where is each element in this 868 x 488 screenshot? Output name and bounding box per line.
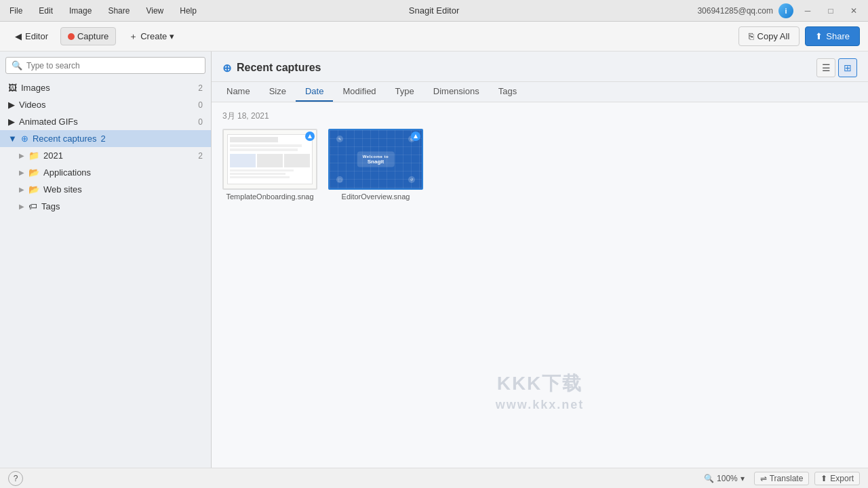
- search-box[interactable]: 🔍: [5, 57, 205, 74]
- account-label[interactable]: 306941285@qq.com: [697, 6, 773, 16]
- sidebar-list: 🖼 Images 2 ▶ Videos 0 ▶ Animated GIFs 0 …: [0, 79, 211, 468]
- thumbnail-image-editor-overview[interactable]: Welcome to Snagit ✎ ◎: [328, 129, 423, 190]
- plus-icon: ＋: [129, 30, 138, 43]
- titlebar: File Edit Image Share View Help Snagit E…: [0, 0, 868, 22]
- sort-tab-size[interactable]: Size: [260, 82, 296, 102]
- window-title: Snagit Editor: [409, 5, 459, 16]
- menu-help[interactable]: Help: [176, 3, 201, 18]
- sidebar-item-label: 2021: [43, 150, 194, 161]
- sidebar-item-images[interactable]: 🖼 Images 2: [0, 79, 211, 96]
- gifs-count: 0: [198, 117, 203, 127]
- grid-view-button[interactable]: ⊞: [838, 58, 857, 77]
- sidebar-item-label: Animated GIFs: [19, 117, 194, 127]
- content-title-text: Recent captures: [237, 62, 321, 74]
- thumbnails-grid: TemplateOnboarding.snag Welcome to Snagi…: [222, 129, 857, 201]
- expand-icon: ▶: [19, 186, 24, 193]
- sidebar-item-applications[interactable]: ▶ 📂 Applications: [0, 164, 211, 181]
- content-title-icon: ⊕: [222, 62, 231, 75]
- menu-view[interactable]: View: [142, 3, 167, 18]
- copy-all-label: Copy All: [757, 31, 790, 41]
- sidebar-item-tags[interactable]: ▶ 🏷 Tags: [0, 198, 211, 215]
- recent-count: 2: [101, 134, 106, 144]
- thumbnail-label: TemplateOnboarding.snag: [226, 192, 313, 201]
- main-toolbar: ◀ Editor Capture ＋ Create ▾ ⎘ Copy All ⬆…: [0, 22, 868, 52]
- expand-icon: ▶: [19, 152, 24, 159]
- videos-count: 0: [198, 100, 203, 110]
- thumbnail-label: EditorOverview.snag: [342, 192, 410, 201]
- menu-bar: File Edit Image Share View Help: [5, 3, 201, 18]
- share-label: Share: [826, 31, 850, 41]
- sidebar-item-label: Web sites: [43, 184, 203, 195]
- zoom-control[interactable]: 🔍 100% ▾: [700, 472, 749, 485]
- editor-button[interactable]: ◀ Editor: [8, 27, 55, 45]
- content-header: ⊕ Recent captures ☰ ⊞: [212, 52, 868, 82]
- content-title: ⊕ Recent captures: [222, 62, 321, 75]
- zoom-arrow-icon: ▾: [741, 474, 745, 483]
- sidebar-item-web-sites[interactable]: ▶ 📂 Web sites: [0, 181, 211, 198]
- translate-label: Translate: [770, 474, 804, 483]
- thumbnail-image-template-onboarding[interactable]: [222, 129, 317, 190]
- images-icon: 🖼: [8, 83, 17, 93]
- sort-tab-name[interactable]: Name: [217, 82, 260, 102]
- sort-tab-type[interactable]: Type: [386, 82, 424, 102]
- content-body: 3月 18, 2021: [212, 102, 868, 468]
- create-arrow-icon: ▾: [170, 31, 174, 41]
- sidebar: 🔍 🖼 Images 2 ▶ Videos 0 ▶ Animated GIFs …: [0, 52, 212, 468]
- export-icon: ⬆: [821, 474, 827, 483]
- info-button[interactable]: i: [778, 3, 793, 18]
- thumbnail-item-template-onboarding[interactable]: TemplateOnboarding.snag: [222, 129, 317, 201]
- folder-icon: 📂: [28, 184, 39, 195]
- folder-icon: 📂: [28, 167, 39, 178]
- menu-edit[interactable]: Edit: [35, 3, 57, 18]
- thumbnail-preview: [224, 130, 316, 188]
- content-area: ⊕ Recent captures ☰ ⊞ Name Size Date Mod…: [212, 52, 868, 468]
- help-button[interactable]: ?: [8, 471, 23, 486]
- menu-file[interactable]: File: [5, 3, 26, 18]
- sidebar-item-label: Applications: [43, 167, 203, 178]
- window-controls: 306941285@qq.com i ─ □ ✕: [697, 2, 863, 20]
- view-toggle-buttons: ☰ ⊞: [816, 58, 857, 77]
- maximize-button[interactable]: □: [822, 2, 840, 20]
- recent-captures-icon: ⊕: [21, 134, 28, 144]
- sort-tab-tags[interactable]: Tags: [489, 82, 526, 102]
- file-type-badge: [411, 131, 420, 141]
- share-icon: ⬆: [815, 31, 823, 41]
- main-area: 🔍 🖼 Images 2 ▶ Videos 0 ▶ Animated GIFs …: [0, 52, 868, 468]
- search-input[interactable]: [26, 61, 199, 70]
- sort-tab-date[interactable]: Date: [296, 82, 333, 102]
- year-count: 2: [198, 151, 203, 161]
- sort-tab-modified[interactable]: Modified: [333, 82, 385, 102]
- share-button[interactable]: ⬆ Share: [805, 26, 860, 46]
- export-label: Export: [830, 474, 854, 483]
- minimize-button[interactable]: ─: [799, 2, 816, 20]
- copy-all-button[interactable]: ⎘ Copy All: [738, 26, 800, 46]
- sort-tab-dimensions[interactable]: Dimensions: [424, 82, 489, 102]
- translate-button[interactable]: ⇌ Translate: [754, 472, 810, 485]
- close-button[interactable]: ✕: [845, 2, 863, 20]
- menu-share[interactable]: Share: [104, 3, 134, 18]
- folder-icon: 📁: [28, 150, 39, 161]
- sidebar-item-animated-gifs[interactable]: ▶ Animated GIFs 0: [0, 113, 211, 130]
- menu-image[interactable]: Image: [65, 3, 96, 18]
- list-view-button[interactable]: ☰: [816, 58, 835, 77]
- watermark: KKK下载 www.kkx.net: [496, 370, 584, 413]
- tags-icon: 🏷: [28, 201, 37, 211]
- sidebar-item-label: Images: [21, 83, 194, 93]
- statusbar-left: ?: [8, 471, 23, 486]
- gifs-icon: ▶: [8, 117, 15, 127]
- create-button[interactable]: ＋ Create ▾: [121, 26, 182, 47]
- videos-icon: ▶: [8, 100, 15, 110]
- expand-icon: ▶: [19, 203, 24, 210]
- sidebar-item-recent-captures[interactable]: ▼ ⊕ Recent captures 2: [0, 130, 211, 147]
- thumbnail-item-editor-overview[interactable]: Welcome to Snagit ✎ ◎: [328, 129, 423, 201]
- capture-label: Capture: [77, 31, 108, 41]
- export-button[interactable]: ⬆ Export: [814, 472, 860, 485]
- sidebar-item-label: Tags: [41, 201, 203, 211]
- svg-marker-1: [414, 134, 418, 138]
- date-group-label: 3月 18, 2021: [222, 110, 857, 122]
- search-zoom-icon: 🔍: [704, 474, 714, 483]
- sidebar-item-2021[interactable]: ▶ 📁 2021 2: [0, 147, 211, 164]
- statusbar-right: 🔍 100% ▾ ⇌ Translate ⬆ Export: [700, 472, 860, 485]
- sidebar-item-videos[interactable]: ▶ Videos 0: [0, 96, 211, 113]
- capture-button[interactable]: Capture: [60, 27, 116, 45]
